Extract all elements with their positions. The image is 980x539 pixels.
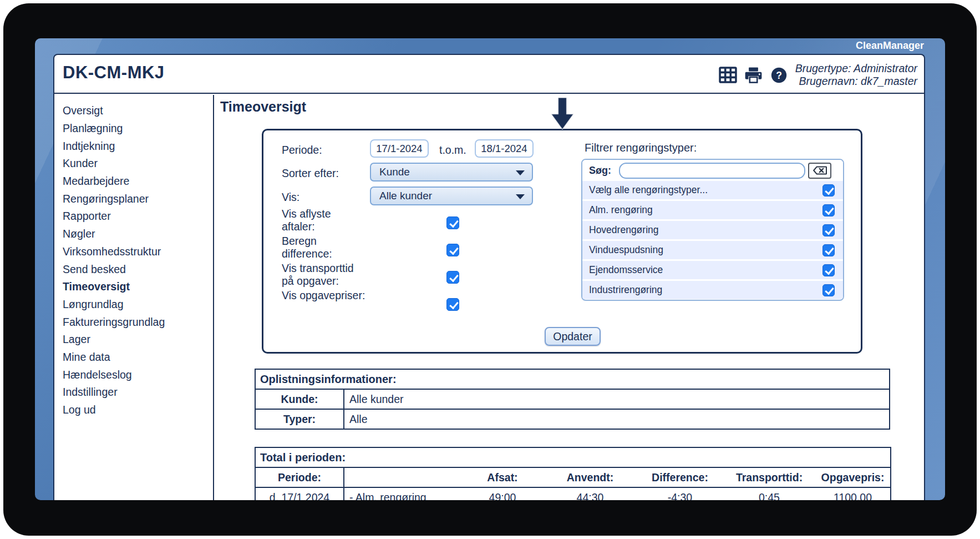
sidebar-item-loengrundlag[interactable]: Løngrundlag	[63, 296, 213, 314]
checkbox-transport-time[interactable]	[446, 271, 459, 284]
list-item-label: Vinduespudsning	[589, 244, 663, 256]
checkbox-calc-difference[interactable]	[446, 244, 459, 256]
tom-label: t.o.m.	[439, 144, 466, 157]
screen-background: CleanManager DK-CM-MKJ ? Brugertype	[35, 38, 945, 500]
show-select-value: Alle kunder	[379, 190, 432, 202]
option-label-cancelled: Vis aflyste aftaler:	[282, 208, 366, 233]
checkbox-select-all[interactable]	[822, 184, 835, 197]
sidebar-item-mine-data[interactable]: Mine data	[63, 349, 213, 366]
app-title: DK-CM-MKJ	[63, 63, 165, 83]
sidebar-item-virksomhedsstruktur[interactable]: Virksomhedsstruktur	[63, 243, 213, 261]
header-toolbar: ? Brugertype: Administrator Brugernavn: …	[719, 58, 917, 92]
period-to-input[interactable]	[475, 139, 534, 158]
column-header	[344, 467, 461, 487]
list-item-hovedrengoering[interactable]: Hovedrengøring	[582, 221, 843, 239]
window-header: DK-CM-MKJ ? Brugertype: Administrator Br…	[54, 55, 924, 94]
column-header: Anvendt:	[544, 467, 637, 487]
cell-transporttid: 0:45	[723, 487, 815, 500]
list-item-label: Alm. rengøring	[589, 204, 653, 216]
info-row-value: Alle kunder	[344, 389, 890, 409]
info-row-value: Alle	[344, 409, 890, 429]
sidebar-item-rengoeringsplaner[interactable]: Rengøringsplaner	[63, 190, 213, 208]
sidebar: Oversigt Planlægning Indtjekning Kunder …	[54, 95, 214, 500]
show-label: Vis:	[282, 191, 299, 204]
table-row: Kunde: Alle kunder	[255, 389, 890, 409]
user-name: Brugernavn: dk7_master	[795, 75, 917, 88]
sidebar-item-lager[interactable]: Lager	[63, 331, 213, 349]
cleaning-types-search-row: Søg:	[582, 160, 843, 181]
period-from-input[interactable]	[370, 139, 429, 158]
info-row-label: Typer:	[255, 409, 344, 429]
cell-anvendt: 44:30	[544, 487, 637, 500]
option-label-task-prices: Vis opgavepriser:	[282, 289, 366, 302]
cleaning-types-list: Vælg alle rengøringstyper... Alm. rengør…	[582, 181, 843, 299]
period-label: Periode:	[282, 144, 322, 157]
checkbox-task-prices[interactable]	[446, 298, 459, 311]
sidebar-item-noegler[interactable]: Nøgler	[63, 225, 213, 243]
column-header: Opgavepris:	[815, 467, 891, 487]
show-select[interactable]: Alle kunder	[370, 187, 533, 205]
info-row-label: Kunde:	[255, 389, 344, 409]
totals-header-row: Periode: Afsat: Anvendt: Difference: Tra…	[255, 467, 891, 487]
checkbox-ejendomsservice[interactable]	[822, 264, 835, 276]
device-bezel: CleanManager DK-CM-MKJ ? Brugertype	[3, 3, 977, 536]
cleaning-types-heading: Filtrer rengøringstyper:	[585, 142, 697, 154]
sidebar-item-indtjekning[interactable]: Indtjekning	[63, 137, 213, 155]
user-info: Brugertype: Administrator Brugernavn: dk…	[795, 62, 917, 88]
column-header: Transporttid:	[723, 467, 815, 487]
window-body: Oversigt Planlægning Indtjekning Kunder …	[54, 95, 924, 500]
checkbox-industrirengoering[interactable]	[822, 284, 835, 296]
sidebar-item-oversigt[interactable]: Oversigt	[63, 102, 213, 120]
help-icon[interactable]: ?	[770, 67, 788, 84]
user-type: Brugertype: Administrator	[795, 62, 917, 75]
checkbox-vinduespudsning[interactable]	[822, 244, 835, 256]
main-content: Timeoversigt Periode: t.o.m. Sorter efte…	[215, 95, 924, 500]
search-input[interactable]	[619, 163, 805, 179]
sidebar-item-send-besked[interactable]: Send besked	[63, 260, 213, 278]
info-table-title: Oplistningsinformationer:	[255, 369, 890, 389]
sort-label: Sorter efter:	[282, 167, 339, 180]
cleaning-types-box: Søg: Vælg alle rengøringstyper...	[581, 159, 844, 301]
checkbox-cancelled-appointments[interactable]	[446, 216, 459, 229]
sidebar-item-kunder[interactable]: Kunder	[63, 155, 213, 173]
update-button[interactable]: Opdater	[545, 327, 601, 346]
sidebar-item-haendelseslog[interactable]: Hændelseslog	[63, 366, 213, 384]
list-item-label: Hovedrengøring	[589, 224, 658, 236]
checkbox-hovedrengoering[interactable]	[822, 224, 835, 236]
cell-period: d. 17/1 2024	[255, 487, 344, 500]
sidebar-item-rapporter[interactable]: Rapporter	[63, 208, 213, 225]
list-item-ejendomsservice[interactable]: Ejendomsservice	[582, 261, 843, 279]
option-label-transport: Vis transporttid på opgaver:	[282, 262, 366, 287]
list-item-label: Ejendomsservice	[589, 264, 663, 276]
svg-text:?: ?	[776, 69, 782, 80]
cell-difference: -4:30	[637, 487, 723, 500]
sidebar-item-medarbejdere[interactable]: Medarbejdere	[63, 173, 213, 190]
option-label-difference: Beregn difference:	[282, 235, 366, 260]
sidebar-item-indstillinger[interactable]: Indstillinger	[63, 384, 213, 401]
column-header: Difference:	[637, 467, 723, 487]
list-item-industrirengoering[interactable]: Industrirengøring	[582, 281, 843, 299]
page-title: Timeoversigt	[220, 99, 306, 115]
list-item-select-all[interactable]: Vælg alle rengøringstyper...	[582, 181, 843, 199]
list-item-label: Vælg alle rengøringstyper...	[589, 184, 708, 196]
list-item-vinduespudsning[interactable]: Vinduespudsning	[582, 241, 843, 259]
table-row: Typer: Alle	[255, 409, 890, 429]
brand-label: CleanManager	[856, 40, 924, 52]
sidebar-item-log-ud[interactable]: Log ud	[63, 401, 213, 419]
backspace-icon[interactable]	[808, 163, 831, 179]
down-arrow-icon	[550, 97, 575, 133]
sort-select[interactable]: Kunde	[370, 163, 533, 182]
cell-type: - Alm. rengøring	[344, 487, 461, 500]
print-icon[interactable]	[744, 67, 763, 84]
column-header: Periode:	[255, 467, 344, 487]
cell-opgavepris: 1100,00	[815, 487, 891, 500]
sidebar-item-timeoversigt[interactable]: Timeoversigt	[63, 278, 213, 296]
app-window: DK-CM-MKJ ? Brugertype: Administrator Br…	[53, 54, 925, 500]
checkbox-alm-rengoering[interactable]	[822, 204, 835, 216]
totals-table-title: Total i perioden:	[255, 447, 891, 467]
sidebar-item-faktureringsgrundlag[interactable]: Faktureringsgrundlag	[63, 313, 213, 331]
sidebar-item-planlaegning[interactable]: Planlægning	[63, 120, 213, 138]
table-icon[interactable]	[719, 67, 737, 84]
info-table: Oplistningsinformationer: Kunde: Alle ku…	[255, 369, 890, 430]
list-item-alm-rengoering[interactable]: Alm. rengøring	[582, 201, 843, 219]
